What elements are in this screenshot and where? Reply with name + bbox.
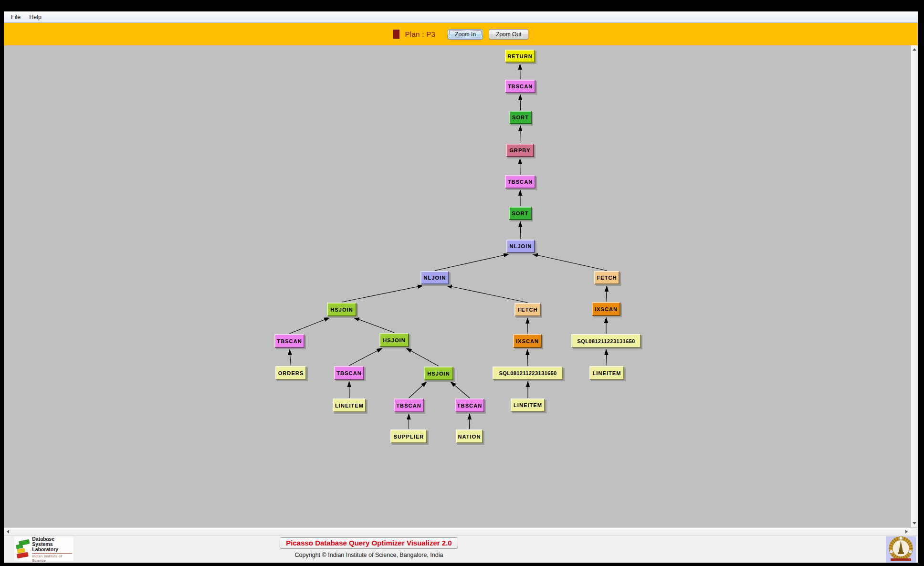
plan-node-fetch_m[interactable]: FETCH bbox=[514, 303, 541, 316]
plan-edge-tbscan1-return bbox=[520, 63, 521, 79]
scroll-down-icon[interactable] bbox=[913, 522, 916, 524]
plan-edge-hsjoin3-hsjoin2 bbox=[406, 348, 439, 366]
plan-node-tbscan2[interactable]: TBSCAN bbox=[505, 175, 536, 189]
plan-edge-tbscan6-hsjoin3 bbox=[450, 381, 470, 398]
app-window: File Help Plan : P3 Zoom In Zoom Out RET… bbox=[4, 11, 918, 563]
menu-help[interactable]: Help bbox=[25, 12, 46, 22]
hscroll-row bbox=[4, 527, 918, 535]
plan-edge-grpby-sort1 bbox=[520, 125, 521, 143]
plan-node-orders[interactable]: ORDERS bbox=[275, 366, 306, 380]
plan-node-fetch_r[interactable]: FETCH bbox=[594, 271, 620, 284]
plan-label: Plan : P3 bbox=[405, 30, 436, 38]
plan-node-nljoin2[interactable]: NLJOIN bbox=[420, 271, 449, 284]
plan-edges bbox=[4, 45, 911, 527]
plan-edge-nljoin1-sort2 bbox=[520, 221, 521, 239]
plan-edge-ixscan_m-fetch_m bbox=[527, 317, 528, 334]
plan-edge-hsjoin2-hsjoin1 bbox=[353, 317, 394, 333]
plan-node-nljoin1[interactable]: NLJOIN bbox=[506, 240, 535, 253]
plan-edge-ixscan_r-fetch_r bbox=[606, 285, 607, 302]
plan-edge-tbscan4-hsjoin2 bbox=[349, 348, 383, 366]
plan-node-supplier[interactable]: SUPPLIER bbox=[390, 430, 427, 443]
footer: Database Systems Laboratory Indian Insti… bbox=[4, 535, 918, 563]
plan-canvas: RETURNTBSCANSORTGRPBYTBSCANSORTNLJOINNLJ… bbox=[4, 45, 911, 527]
plan-node-hsjoin3[interactable]: HSJOIN bbox=[424, 367, 453, 380]
plan-edge-lineitem_r-sql_r bbox=[606, 349, 607, 366]
plan-node-lineitem_l[interactable]: LINEITEM bbox=[333, 398, 366, 412]
plan-node-return[interactable]: RETURN bbox=[505, 50, 535, 63]
iisc-seal-icon bbox=[886, 536, 916, 563]
plan-node-sql_m[interactable]: SQL081211223131650 bbox=[493, 367, 563, 380]
copyright-text: Copyright © Indian Institute of Science,… bbox=[4, 552, 734, 558]
plan-node-ixscan_m[interactable]: IXSCAN bbox=[513, 334, 542, 348]
plan-edge-orders-tbscan3 bbox=[290, 349, 291, 366]
app-title-box: Picasso Database Query Optimizer Visuali… bbox=[280, 537, 458, 549]
plan-node-lineitem_m[interactable]: LINEITEM bbox=[511, 398, 545, 412]
iisc-seal bbox=[886, 536, 916, 563]
scroll-up-icon[interactable] bbox=[913, 48, 916, 51]
horizontal-scrollbar[interactable] bbox=[4, 527, 911, 535]
plan-edge-tbscan2-grpby bbox=[520, 158, 521, 175]
plan-node-grpby[interactable]: GRPBY bbox=[506, 144, 534, 157]
plan-edge-lineitem_l-tbscan4 bbox=[349, 381, 350, 398]
plan-node-sort1[interactable]: SORT bbox=[509, 111, 532, 124]
plan-edge-fetch_r-nljoin1 bbox=[532, 254, 607, 271]
vertical-scrollbar[interactable] bbox=[911, 45, 918, 527]
plan-node-hsjoin1[interactable]: HSJOIN bbox=[327, 303, 357, 316]
plan-edge-tbscan5-hsjoin3 bbox=[409, 381, 428, 398]
plan-node-tbscan5[interactable]: TBSCAN bbox=[394, 398, 424, 412]
plan-node-tbscan1[interactable]: TBSCAN bbox=[505, 80, 536, 93]
plan-edge-tbscan3-hsjoin1 bbox=[290, 317, 331, 334]
app-title: Picasso Database Query Optimizer Visuali… bbox=[286, 539, 452, 547]
plan-edge-fetch_m-nljoin2 bbox=[446, 285, 528, 303]
canvas-row: RETURNTBSCANSORTGRPBYTBSCANSORTNLJOINNLJ… bbox=[4, 45, 918, 527]
plan-edge-sql_m-ixscan_m bbox=[527, 349, 528, 366]
plan-edge-nation-tbscan6 bbox=[470, 413, 470, 429]
footer-center: Picasso Database Query Optimizer Visuali… bbox=[4, 537, 734, 558]
zoom-out-button[interactable]: Zoom Out bbox=[489, 29, 528, 40]
plan-node-tbscan6[interactable]: TBSCAN bbox=[455, 398, 484, 412]
scroll-left-icon[interactable] bbox=[7, 530, 9, 534]
plan-edge-sort1-tbscan1 bbox=[520, 94, 521, 110]
plan-node-nation[interactable]: NATION bbox=[456, 430, 483, 443]
plan-node-ixscan_r[interactable]: IXSCAN bbox=[592, 302, 620, 316]
menu-bar: File Help bbox=[4, 11, 918, 23]
toolbar: Plan : P3 Zoom In Zoom Out bbox=[4, 23, 918, 45]
plan-edge-hsjoin1-nljoin2 bbox=[342, 285, 424, 302]
plan-edge-nljoin2-nljoin1 bbox=[435, 254, 510, 271]
plan-node-sort2[interactable]: SORT bbox=[509, 207, 532, 220]
plan-node-tbscan3[interactable]: TBSCAN bbox=[274, 334, 304, 348]
scroll-right-icon[interactable] bbox=[905, 530, 908, 534]
scrollbar-corner bbox=[911, 527, 918, 535]
menu-file[interactable]: File bbox=[7, 12, 25, 22]
zoom-in-button[interactable]: Zoom In bbox=[448, 29, 483, 40]
plan-node-tbscan4[interactable]: TBSCAN bbox=[334, 366, 364, 380]
plan-legend-swatch bbox=[393, 30, 399, 39]
plan-node-hsjoin2[interactable]: HSJOIN bbox=[379, 333, 409, 347]
plan-node-sql_r[interactable]: SQL081211223131650 bbox=[571, 334, 641, 348]
plan-node-lineitem_r[interactable]: LINEITEM bbox=[589, 366, 624, 380]
